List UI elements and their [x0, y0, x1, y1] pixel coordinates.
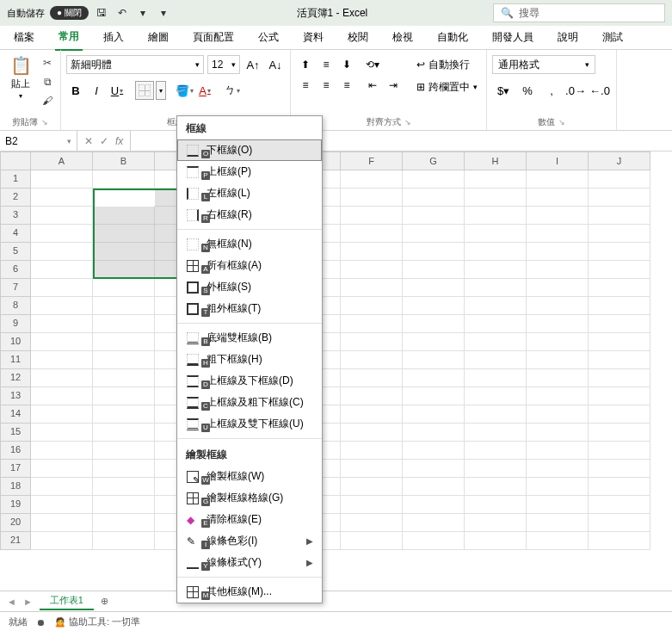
decrease-decimal[interactable]: ←.0: [589, 81, 611, 100]
cell[interactable]: [403, 261, 465, 279]
cell[interactable]: [403, 424, 465, 442]
cell[interactable]: [403, 387, 465, 405]
cell[interactable]: [93, 351, 155, 369]
cell[interactable]: [341, 207, 403, 225]
copy-icon[interactable]: ⧉: [40, 74, 55, 90]
cell[interactable]: [31, 297, 93, 315]
cell[interactable]: [341, 442, 403, 460]
tab-review[interactable]: 校閱: [344, 25, 372, 50]
cell[interactable]: [93, 297, 155, 315]
align-launcher[interactable]: ↘: [404, 118, 411, 127]
cell[interactable]: [403, 460, 465, 478]
cell[interactable]: [465, 207, 527, 225]
cell[interactable]: [93, 207, 155, 225]
cell[interactable]: [31, 189, 93, 207]
cell[interactable]: [465, 460, 527, 478]
orientation-button[interactable]: ⟲▾: [363, 55, 382, 74]
cell[interactable]: [341, 514, 403, 532]
align-middle[interactable]: ≡: [317, 55, 336, 74]
tab-help[interactable]: 說明: [554, 25, 582, 50]
cell[interactable]: [589, 460, 650, 478]
cell[interactable]: [589, 225, 650, 243]
border-menu-item[interactable]: R右框線(R): [177, 204, 322, 226]
font-name-select[interactable]: 新細明體▾: [66, 55, 204, 74]
cell[interactable]: [93, 189, 155, 207]
fill-color-button[interactable]: 🪣▾: [175, 81, 194, 100]
cell[interactable]: [527, 170, 589, 189]
cell[interactable]: [589, 424, 650, 442]
cell[interactable]: [31, 405, 93, 424]
cell[interactable]: [31, 315, 93, 333]
wrap-text-button[interactable]: ↩自動換行: [413, 55, 481, 74]
border-menu-item[interactable]: U上框線及雙下框線(U): [177, 413, 322, 435]
phonetic-button[interactable]: ㄅ▾: [223, 81, 242, 100]
cell[interactable]: [465, 496, 527, 514]
cell[interactable]: [93, 333, 155, 351]
tab-view[interactable]: 檢視: [389, 25, 416, 50]
cell[interactable]: [93, 387, 155, 405]
cell[interactable]: [589, 351, 650, 369]
cell[interactable]: [341, 460, 403, 478]
bold-button[interactable]: B: [66, 81, 85, 100]
border-menu-item[interactable]: I線條色彩(I)▶: [177, 530, 322, 552]
cell[interactable]: [465, 532, 527, 550]
tab-file[interactable]: 檔案: [10, 25, 38, 50]
cell[interactable]: [31, 333, 93, 351]
cell[interactable]: [403, 369, 465, 387]
col-header[interactable]: I: [527, 152, 589, 170]
cell[interactable]: [31, 514, 93, 532]
clipboard-launcher[interactable]: ↘: [41, 118, 48, 127]
border-menu-item[interactable]: A所有框線(A): [177, 255, 322, 276]
border-menu-item[interactable]: L左框線(L): [177, 182, 322, 204]
format-painter-icon[interactable]: 🖌: [40, 93, 55, 108]
cell[interactable]: [93, 225, 155, 243]
cell[interactable]: [589, 514, 650, 532]
cell[interactable]: [589, 369, 650, 387]
col-header[interactable]: J: [589, 152, 650, 170]
paste-button[interactable]: 📋 貼上 ▾: [5, 55, 36, 100]
sheet-nav-prev[interactable]: ◄: [7, 597, 16, 607]
cell[interactable]: [93, 261, 155, 279]
cell[interactable]: [465, 243, 527, 261]
cell[interactable]: [527, 460, 589, 478]
row-header[interactable]: 2: [0, 189, 31, 207]
cell[interactable]: [31, 207, 93, 225]
cell[interactable]: [465, 189, 527, 207]
row-header[interactable]: 7: [0, 279, 31, 297]
font-size-select[interactable]: 12▾: [207, 55, 240, 74]
row-header[interactable]: 1: [0, 170, 31, 189]
border-menu-item[interactable]: G繪製框線格線(G): [177, 487, 322, 509]
border-menu-item[interactable]: B底端雙框線(B): [177, 327, 322, 349]
cell[interactable]: [403, 225, 465, 243]
cell[interactable]: [403, 189, 465, 207]
cell[interactable]: [341, 496, 403, 514]
cell[interactable]: [403, 478, 465, 496]
cell[interactable]: [589, 261, 650, 279]
cell[interactable]: [403, 315, 465, 333]
cell[interactable]: [527, 279, 589, 297]
cell[interactable]: [31, 261, 93, 279]
border-menu-item[interactable]: T粗外框線(T): [177, 298, 322, 319]
row-header[interactable]: 3: [0, 207, 31, 225]
cell[interactable]: [341, 189, 403, 207]
cell[interactable]: [31, 532, 93, 550]
save-icon[interactable]: 🖫: [94, 5, 109, 21]
cell[interactable]: [341, 225, 403, 243]
cell[interactable]: [93, 405, 155, 424]
cell[interactable]: [527, 351, 589, 369]
cell[interactable]: [341, 333, 403, 351]
cell[interactable]: [93, 478, 155, 496]
cell[interactable]: [31, 442, 93, 460]
cell[interactable]: [403, 442, 465, 460]
cell[interactable]: [31, 225, 93, 243]
tab-draw[interactable]: 繪圖: [145, 25, 172, 50]
tab-home[interactable]: 常用: [55, 24, 83, 51]
cell[interactable]: [465, 514, 527, 532]
border-menu-item[interactable]: E清除框線(E): [177, 509, 322, 530]
cell[interactable]: [589, 297, 650, 315]
cell[interactable]: [31, 243, 93, 261]
cell[interactable]: [589, 442, 650, 460]
cell[interactable]: [589, 207, 650, 225]
cell[interactable]: [465, 315, 527, 333]
enter-icon[interactable]: ✓: [100, 135, 108, 147]
